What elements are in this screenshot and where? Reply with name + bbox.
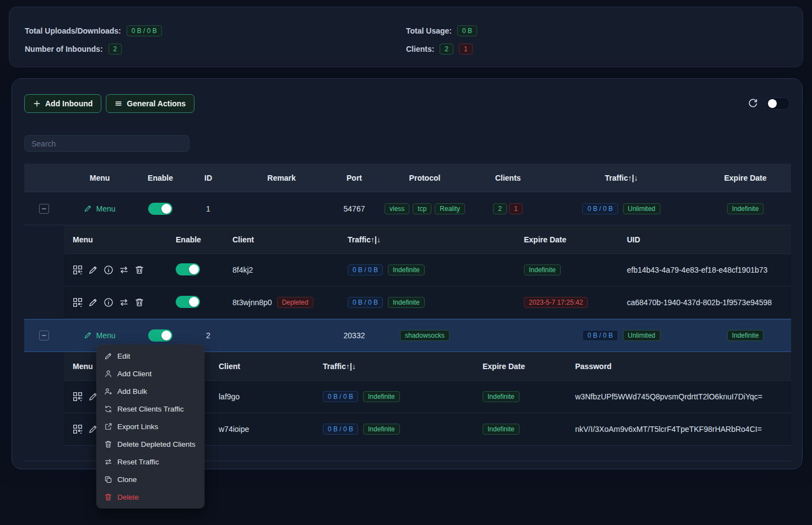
qrcode-icon[interactable] [73,424,83,434]
subcol-traffic: Traffic↑|↓ [314,362,474,371]
minus-icon [41,205,47,212]
menu-item-label: Reset Clients Traffic [117,405,184,413]
collapse-row-button[interactable] [39,204,49,214]
client-enable-toggle[interactable] [176,296,200,308]
edit-icon[interactable] [88,297,98,307]
toolbar: Add Inbound General Actions [24,94,790,113]
refresh-icon[interactable] [748,99,758,109]
reset-traffic-icon[interactable] [119,297,129,307]
clients-count-line: Clients: 2 1 [406,43,787,55]
menu-item-label: Add Client [117,370,151,378]
client-row-8f4kj2: 8f4kj2 0 B / 0 B Indefinite Indefinite e… [64,254,791,286]
subcol-expire: Expire Date [474,362,566,371]
total-usage-value: 0 B [457,25,477,36]
inbound-1-port: 54767 [332,204,377,213]
minus-icon [41,332,47,339]
menu-item-edit[interactable]: Edit [96,347,204,365]
reset-traffic-icon[interactable] [119,265,129,275]
menu-lines-icon [115,100,122,107]
inbounds-count-label: Number of Inbounds: [25,45,103,53]
clients-table-header: Menu Enable Client Traffic↑|↓ Expire Dat… [64,225,791,254]
subcol-uid: UID [618,235,791,244]
qrcode-icon[interactable] [73,297,83,307]
client-password: w3NfbzUPf5WWd745Q8pvsmQrdrttT2lO6knuI7Di… [566,392,791,401]
add-client-icon [104,370,112,378]
stats-card: Total Uploads/Downloads: 0 B / 0 B Numbe… [9,7,803,67]
inbound-1-id: 1 [185,204,231,213]
reset-traffic-icon [104,458,112,466]
search-input[interactable] [24,135,190,152]
edit-icon [104,352,112,360]
client-traffic-badge: 0 B / 0 B [323,424,358,435]
general-actions-label: General Actions [127,99,186,108]
delete-icon[interactable] [134,265,144,275]
menu-item-delete[interactable]: Delete [96,488,204,506]
inbound-actions-menu: Edit Add Client Add Bulk Reset Clients T… [96,344,204,508]
inbound-1-traffic-badge: 0 B / 0 B [582,203,618,214]
menu-item-label: Clone [117,475,137,484]
menu-item-clone[interactable]: Clone [96,470,204,488]
inbound-row-1: Menu 1 54767 vless tcp Reality 2 1 0 B /… [24,192,791,225]
theme-toggle[interactable] [766,98,790,110]
reset-clients-traffic-icon [104,405,112,413]
client-traffic-badge: 0 B / 0 B [348,264,383,275]
menu-item-add-client[interactable]: Add Client [96,365,204,382]
inbounds-table-header: Menu Enable ID Remark Port Protocol Clie… [24,164,791,192]
info-icon[interactable] [104,265,113,275]
inbound-2-menu-button[interactable]: Menu [84,331,115,340]
inbound-2-id: 2 [185,331,231,340]
total-usage-label: Total Usage: [406,26,452,35]
collapse-row-button[interactable] [39,331,49,340]
delete-icon[interactable] [134,297,144,307]
theme-toggle-knob [768,99,777,108]
menu-item-reset-traffic[interactable]: Reset Traffic [96,453,204,470]
client-uid: efb14b43-4a79-4e83-ef18-e48cf1901b73 [618,266,791,274]
inbound-2-traffic-badge: 0 B / 0 B [582,330,618,341]
col-id: ID [185,174,231,182]
client-expire-badge: 2023-5-7 17:25:42 [524,297,588,308]
edit-icon [84,331,92,339]
total-uploads-line: Total Uploads/Downloads: 0 B / 0 B [25,25,406,37]
inbound-1-traffic-limit-badge: Unlimited [623,203,661,214]
menu-item-label: Add Bulk [117,387,147,396]
menu-item-add-bulk[interactable]: Add Bulk [96,382,204,400]
edit-icon[interactable] [88,265,98,275]
col-expire-date: Expire Date [700,174,791,182]
client-traffic-badge: 0 B / 0 B [323,391,358,402]
client-traffic-limit-badge: Indefinite [388,297,425,308]
depleted-badge: Depleted [277,297,313,308]
toolbar-right [748,98,790,110]
client-traffic-limit-badge: Indefinite [363,391,400,402]
inbound-1-enable-toggle[interactable] [148,203,172,215]
qrcode-icon[interactable] [73,265,83,275]
menu-item-delete-depleted-clients[interactable]: Delete Depleted Clients [96,435,204,453]
col-enable: Enable [136,174,185,182]
add-inbound-button[interactable]: Add Inbound [24,94,101,113]
protocol-tag-vless: vless [385,203,409,214]
inbound-1-clients-active-badge: 2 [493,203,507,214]
inbound-2-menu-label: Menu [96,331,115,340]
inbound-1-clients-table: Menu Enable Client Traffic↑|↓ Expire Dat… [64,225,791,319]
inbounds-count-value: 2 [109,44,122,55]
general-actions-button[interactable]: General Actions [106,94,194,113]
client-enable-toggle[interactable] [176,263,200,275]
clone-icon [104,475,112,484]
inbound-1-clients-depleted-badge: 1 [509,203,523,214]
clients-depleted-value: 1 [459,44,473,55]
protocol-tag-shadowsocks: shadowsocks [400,330,450,341]
client-traffic-badge: 0 B / 0 B [348,297,383,308]
inbound-1-menu-button[interactable]: Menu [84,204,115,213]
col-traffic: Traffic↑|↓ [543,174,700,182]
inbound-2-enable-toggle[interactable] [148,329,172,342]
menu-item-label: Export Links [117,423,158,431]
toggle-knob [161,331,171,340]
clients-active-value: 2 [440,44,453,55]
subcol-client: Client [224,235,339,244]
menu-item-reset-clients-traffic[interactable]: Reset Clients Traffic [96,400,204,418]
edit-icon [84,204,92,213]
menu-item-export-links[interactable]: Export Links [96,418,204,435]
total-usage-line: Total Usage: 0 B [406,25,787,37]
info-icon[interactable] [104,297,113,307]
client-traffic-limit-badge: Indefinite [388,264,425,275]
qrcode-icon[interactable] [73,392,83,402]
